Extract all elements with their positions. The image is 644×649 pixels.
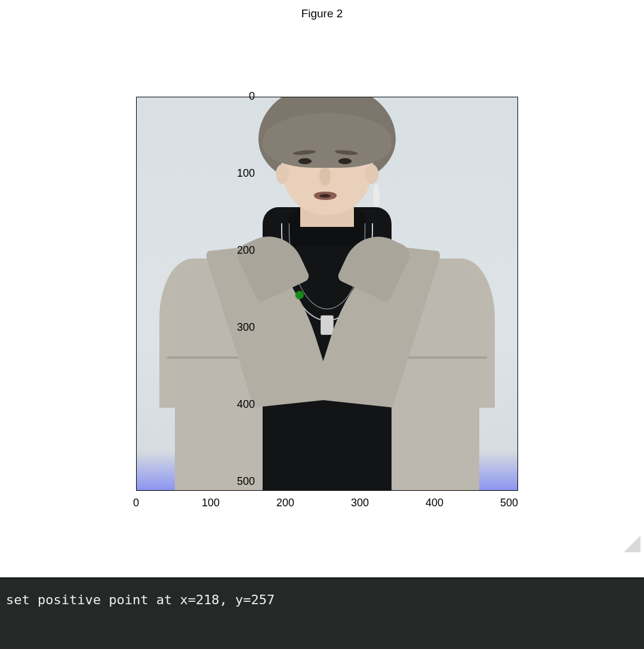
x-tick-label: 300 [348, 497, 372, 509]
console-line: set positive point at x=218, y=257 [6, 592, 275, 607]
axes[interactable] [136, 97, 518, 491]
x-tick-label: 500 [497, 497, 521, 509]
figure-window: Figure 2 [0, 0, 644, 649]
y-tick-label: 100 [225, 167, 255, 180]
y-tick-label: 200 [225, 244, 255, 257]
y-tick-label: 300 [225, 321, 255, 334]
x-tick-label: 200 [273, 497, 297, 509]
y-tick-label: 0 [225, 90, 255, 103]
figure-canvas[interactable]: 0100200300400500 0100200300400500 [0, 25, 644, 557]
displayed-image[interactable] [137, 97, 517, 490]
x-tick-label: 0 [124, 497, 148, 509]
point-marker-positive[interactable] [295, 291, 304, 299]
y-tick-label: 400 [225, 398, 255, 411]
y-tick-label: 500 [225, 475, 255, 488]
x-tick-label: 400 [423, 497, 446, 509]
window-title: Figure 2 [0, 0, 644, 25]
resize-grip-icon[interactable] [624, 536, 640, 552]
console-output: set positive point at x=218, y=257 [0, 577, 644, 649]
x-tick-label: 100 [199, 497, 223, 509]
